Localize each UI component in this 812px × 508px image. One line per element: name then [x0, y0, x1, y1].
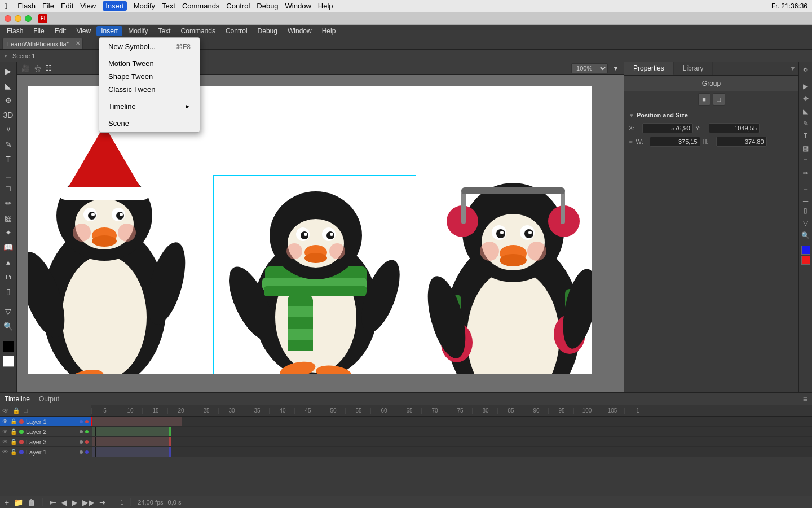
- rt-blue-color[interactable]: [801, 246, 810, 255]
- zoom-dropdown-arrow[interactable]: ▼: [612, 64, 619, 72]
- position-size-header[interactable]: ▼ Position and Size: [624, 110, 798, 121]
- tool-rect[interactable]: □: [2, 182, 15, 195]
- properties-tab[interactable]: Properties: [624, 62, 674, 75]
- tool-eraser[interactable]: ▯: [2, 284, 15, 298]
- eye-icon[interactable]: 👁: [2, 407, 9, 415]
- h-input[interactable]: [716, 137, 767, 147]
- menubar-modify[interactable]: Modify: [134, 2, 155, 10]
- lock-icon[interactable]: 🔒: [12, 407, 20, 415]
- app-menu-control[interactable]: Control: [221, 26, 252, 36]
- document-tab[interactable]: LearnWithPhoenix.fla* ✕: [2, 38, 83, 49]
- next-frame-button[interactable]: ▶▶: [82, 498, 95, 507]
- layer-lock-1[interactable]: 🔒: [10, 418, 17, 424]
- last-frame-button[interactable]: ⇥: [99, 498, 106, 507]
- fill-color[interactable]: [3, 356, 14, 367]
- tab-close-button[interactable]: ✕: [76, 40, 80, 46]
- timeline-tab[interactable]: Timeline: [5, 395, 30, 403]
- timeline-options-button[interactable]: ≡: [803, 395, 807, 404]
- tool-paint-bucket[interactable]: ▴: [2, 255, 15, 269]
- app-menu-debug[interactable]: Debug: [253, 26, 282, 36]
- menubar-flash[interactable]: Flash: [17, 2, 36, 10]
- menu-scene[interactable]: Scene: [99, 117, 200, 130]
- tool-line[interactable]: ⎯: [2, 167, 15, 181]
- tool-3d[interactable]: 3D: [2, 108, 15, 122]
- layer-lock-2[interactable]: 🔒: [10, 428, 17, 435]
- rt-paint[interactable]: ▩: [800, 143, 811, 154]
- rt-rect2[interactable]: □: [800, 155, 811, 167]
- tool-subselect[interactable]: ◣: [2, 79, 15, 93]
- menubar-insert[interactable]: Insert: [103, 1, 127, 11]
- grid-icon[interactable]: ☷: [46, 64, 52, 72]
- app-menu-help[interactable]: Help: [317, 26, 341, 36]
- layer-eye-1[interactable]: 👁: [2, 418, 8, 424]
- menu-new-symbol[interactable]: New Symbol... ⌘F8: [99, 40, 200, 53]
- menubar-commands[interactable]: Commands: [182, 2, 219, 10]
- first-frame-button[interactable]: ⇤: [50, 498, 56, 507]
- app-menu-file[interactable]: File: [29, 26, 48, 36]
- tool-eyedropper[interactable]: 🗅: [2, 270, 15, 283]
- rt-text[interactable]: T: [800, 130, 811, 142]
- tool-hand[interactable]: ▽: [2, 305, 15, 318]
- rt-brush2[interactable]: ▁: [800, 192, 811, 204]
- layer-row-1[interactable]: 👁 🔒 Layer 1: [0, 417, 91, 427]
- layer-lock-3[interactable]: 🔒: [10, 439, 17, 445]
- library-tab[interactable]: Library: [674, 62, 713, 75]
- maximize-button[interactable]: [25, 15, 32, 22]
- rt-zoom2[interactable]: 🔍: [800, 230, 811, 241]
- rt-eraser2[interactable]: ▯: [800, 205, 811, 216]
- rt-red-color[interactable]: [801, 256, 810, 265]
- menubar-file[interactable]: File: [42, 2, 54, 10]
- layer-eye-4[interactable]: 👁: [2, 449, 8, 455]
- menu-classic-tween[interactable]: Classic Tween: [99, 83, 200, 96]
- tool-bone[interactable]: 📖: [2, 240, 15, 254]
- app-menu-flash[interactable]: Flash: [2, 26, 28, 36]
- rt-hand2[interactable]: ▽: [800, 217, 811, 229]
- menubar-help[interactable]: Help: [318, 2, 333, 10]
- apple-menu[interactable]: : [5, 2, 7, 11]
- prev-frame-button[interactable]: ◀: [61, 498, 67, 507]
- menubar-window[interactable]: Window: [285, 2, 311, 10]
- tool-transform[interactable]: ✥: [2, 94, 15, 107]
- panel-collapse-button[interactable]: ▼: [787, 62, 798, 75]
- panel-tool-1[interactable]: ■: [698, 93, 710, 106]
- app-menu-modify[interactable]: Modify: [123, 26, 152, 36]
- menu-motion-tween[interactable]: Motion Tween: [99, 57, 200, 70]
- tool-brush[interactable]: ▧: [2, 211, 15, 225]
- rt-pencil2[interactable]: ✏: [800, 168, 811, 179]
- rt-pen[interactable]: ✎: [800, 118, 811, 129]
- menubar-control[interactable]: Control: [226, 2, 250, 10]
- delete-layer-button[interactable]: 🗑: [28, 498, 36, 507]
- rt-subselect[interactable]: ◣: [800, 106, 811, 117]
- output-tab[interactable]: Output: [39, 395, 59, 403]
- add-layer-button[interactable]: +: [5, 498, 9, 507]
- menubar-view[interactable]: View: [80, 2, 96, 10]
- layer-eye-2[interactable]: 👁: [2, 428, 8, 435]
- tool-deco[interactable]: ✦: [2, 226, 15, 239]
- app-menu-commands[interactable]: Commands: [176, 26, 220, 36]
- menubar-edit[interactable]: Edit: [61, 2, 73, 10]
- tool-select[interactable]: ▶: [2, 64, 15, 78]
- app-menu-view[interactable]: View: [72, 26, 95, 36]
- rt-transform[interactable]: ✥: [800, 93, 811, 104]
- tool-pencil[interactable]: ✏: [2, 196, 15, 210]
- close-button[interactable]: [5, 15, 11, 22]
- tool-text[interactable]: T: [2, 152, 15, 166]
- tool-zoom[interactable]: 🔍: [2, 319, 15, 333]
- app-menu-window[interactable]: Window: [283, 26, 316, 36]
- menubar-text[interactable]: Text: [162, 2, 175, 10]
- app-menu-edit[interactable]: Edit: [50, 26, 71, 36]
- layer-lock-4[interactable]: 🔒: [10, 449, 17, 455]
- rt-line[interactable]: ⎯: [800, 180, 811, 191]
- panel-tool-2[interactable]: □: [713, 93, 725, 106]
- layer-eye-3[interactable]: 👁: [2, 439, 8, 445]
- outline-icon[interactable]: □: [24, 407, 28, 415]
- w-input[interactable]: [650, 137, 700, 147]
- minimize-button[interactable]: [15, 15, 21, 22]
- play-button[interactable]: ▶: [72, 498, 78, 507]
- layer-row-4[interactable]: 👁 🔒 Layer 1: [0, 447, 91, 457]
- rt-settings[interactable]: ⛭: [800, 64, 811, 76]
- menu-timeline[interactable]: Timeline ►: [99, 100, 200, 113]
- tool-pen[interactable]: ✎: [2, 138, 15, 151]
- tool-lasso[interactable]: 〃: [2, 123, 15, 137]
- app-menu-text[interactable]: Text: [154, 26, 175, 36]
